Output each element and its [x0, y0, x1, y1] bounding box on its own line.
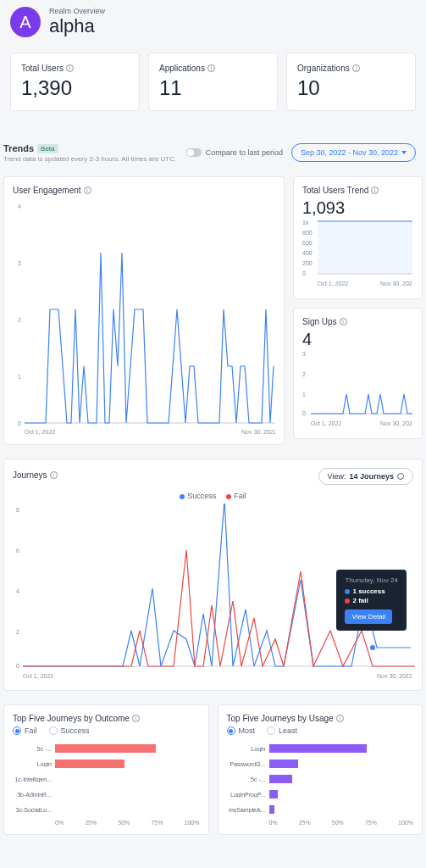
outcome-bar-chart[interactable]: 5c -...Login1c-Intelligen...3b-AdminR...… [13, 742, 200, 816]
svg-text:3: 3 [18, 260, 21, 266]
bar-row: Login [227, 742, 414, 755]
bar-fill [269, 760, 298, 768]
svg-rect-14 [318, 221, 412, 274]
tooltip-date: Thursday, Nov 24 [345, 576, 398, 584]
svg-point-32 [370, 645, 375, 650]
bar-fill [269, 775, 292, 783]
total-users-trend-card: Total Users Trendi 1,093 1k 800 600 400 … [293, 176, 423, 299]
bar-fill [269, 744, 368, 753]
bar-row: 5c -... [227, 772, 414, 786]
stat-value: 1,390 [21, 76, 129, 100]
engagement-chart-card: User Engagementi 4 3 2 1 0 Oct 1, 2022 N… [3, 176, 285, 445]
svg-text:4: 4 [18, 203, 21, 209]
top-usage-card: Top Five Journeys by Usagei Most Least L… [218, 704, 423, 835]
info-icon[interactable]: i [50, 471, 58, 479]
top-outcome-card: Top Five Journeys by Outcomei Fail Succe… [3, 704, 209, 835]
signups-chart[interactable]: 3 2 1 0 Oct 1, 2022 Nov 30, 2022 [302, 349, 412, 430]
info-icon[interactable]: i [207, 64, 215, 72]
svg-text:Oct 1, 2022: Oct 1, 2022 [311, 420, 341, 426]
chart-title: Journeys [13, 470, 47, 480]
stat-label: Total Users [21, 64, 64, 73]
bar-label: LoginProgP... [227, 792, 269, 798]
svg-text:Nov 30, 2022: Nov 30, 2022 [377, 673, 412, 679]
total-users-trend-value: 1,093 [302, 198, 413, 218]
svg-text:400: 400 [302, 250, 313, 256]
view-detail-button[interactable]: View Detail [345, 609, 392, 624]
bar-row: 3b-AdminR... [13, 787, 200, 801]
stat-label: Organizations [297, 64, 350, 73]
trends-header: Trends Beta Trend data is updated every … [0, 120, 426, 170]
header-subtitle: Realm Overview [49, 7, 105, 15]
bar-label: mySampleA... [227, 807, 269, 813]
chart-title: Top Five Journeys by Outcome [13, 714, 130, 723]
bar-row: Login [13, 757, 200, 771]
radio-most[interactable]: Most [227, 726, 256, 735]
bar-label: PasswordG... [227, 761, 269, 767]
svg-text:Nov 30, 2022: Nov 30, 2022 [241, 429, 275, 435]
svg-text:2: 2 [18, 317, 21, 323]
stat-label: Applications [159, 64, 205, 73]
gear-icon [397, 473, 404, 480]
signups-value: 4 [302, 330, 413, 349]
radio-fail[interactable]: Fail [13, 726, 37, 735]
svg-text:2: 2 [16, 629, 19, 635]
bar-row: 5c -... [13, 742, 200, 755]
svg-text:Oct 1, 2022: Oct 1, 2022 [25, 429, 55, 435]
info-icon[interactable]: i [132, 715, 140, 722]
bar-label: 1c-Intelligen... [13, 776, 55, 782]
svg-text:4: 4 [16, 588, 19, 594]
usage-bar-chart[interactable]: LoginPasswordG...5c -...LoginProgP...myS… [227, 742, 414, 816]
bar-label: 3c-SocialLo... [13, 807, 55, 813]
bar-fill [55, 760, 124, 768]
info-icon[interactable]: i [84, 186, 91, 194]
svg-text:1k: 1k [302, 220, 309, 225]
chevron-down-icon [401, 151, 407, 154]
info-icon[interactable]: i [66, 64, 74, 72]
stat-value: 10 [297, 76, 405, 100]
svg-text:3: 3 [302, 351, 306, 357]
svg-text:0: 0 [18, 420, 21, 426]
svg-text:1: 1 [302, 392, 306, 398]
bar-row: 1c-Intelligen... [13, 772, 200, 786]
page-title: alpha [49, 15, 105, 37]
stat-card-orgs: Organizationsi 10 [286, 53, 416, 111]
svg-text:0: 0 [16, 663, 19, 669]
bar-label: 5c -... [227, 776, 269, 782]
bar-label: 3b-AdminR... [13, 792, 55, 798]
info-icon[interactable]: i [336, 715, 344, 722]
date-range-picker[interactable]: Sep 30, 2022 - Nov 30, 2022 [291, 143, 416, 162]
bar-row: LoginProgP... [227, 787, 414, 801]
bar-fill [269, 805, 275, 814]
realm-avatar: A [10, 7, 41, 37]
svg-text:600: 600 [302, 240, 313, 246]
total-users-trend-chart[interactable]: 1k 800 600 400 200 0 Oct 1, 2022 Nov 30,… [302, 218, 412, 290]
info-icon[interactable]: i [340, 318, 347, 326]
chart-title: Total Users Trend [302, 186, 368, 195]
svg-text:Oct 1, 2022: Oct 1, 2022 [23, 673, 53, 679]
stat-card-apps: Applicationsi 11 [148, 53, 278, 111]
compare-toggle[interactable]: Compare to last period [186, 148, 283, 157]
svg-text:200: 200 [302, 260, 313, 266]
svg-text:2: 2 [302, 371, 306, 377]
info-icon[interactable]: i [371, 186, 379, 194]
svg-text:1: 1 [18, 374, 21, 380]
svg-text:Oct 1, 2022: Oct 1, 2022 [318, 281, 348, 287]
trends-subtitle: Trend data is updated every 2-3 hours. A… [3, 155, 176, 163]
beta-badge: Beta [37, 144, 58, 153]
toggle-icon [186, 148, 202, 157]
svg-text:0: 0 [302, 410, 306, 416]
svg-text:800: 800 [302, 230, 313, 236]
journeys-legend: Success Fail [13, 492, 413, 500]
bar-row: mySampleA... [227, 803, 414, 816]
stat-card-users: Total Usersi 1,390 [10, 53, 140, 111]
radio-least[interactable]: Least [267, 726, 297, 735]
radio-success[interactable]: Success [49, 726, 90, 735]
engagement-chart[interactable]: 4 3 2 1 0 Oct 1, 2022 Nov 30, 2022 [13, 198, 275, 436]
stat-row: Total Usersi 1,390 Applicationsi 11 Orga… [0, 44, 426, 120]
info-icon[interactable]: i [352, 64, 360, 72]
bar-label: Login [227, 746, 269, 752]
svg-text:6: 6 [16, 548, 19, 554]
chart-title: Top Five Journeys by Usage [227, 714, 334, 723]
view-journeys-button[interactable]: View: 14 Journeys [318, 468, 413, 485]
bar-row: PasswordG... [227, 757, 414, 771]
